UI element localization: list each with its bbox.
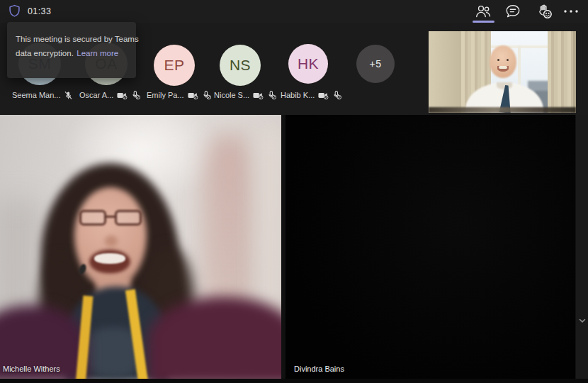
tooltip-text-line2: data encryption. [16,49,74,57]
avatar-nicole[interactable]: NS [220,45,261,86]
camera-off-icon [188,91,198,100]
scroll-down-button[interactable] [578,316,587,323]
more-options-button[interactable] [560,2,582,21]
participants-icon [475,4,492,18]
participant-label-nicole: Nicole S... [214,89,276,101]
meeting-timer: 01:33 [28,6,51,16]
participant-name-overlay: Michelle Withers [3,365,60,373]
security-tooltip: This meeting is secured by Teams data en… [7,22,136,78]
video-tile-michelle-withers[interactable]: Michelle Withers [0,115,281,379]
participant-label-seema: Seema Man... [12,89,73,101]
bottom-edge [0,379,588,383]
video-stage: Michelle Withers Divindra Bains [0,115,588,379]
active-tab-indicator [473,21,494,23]
show-participants-button[interactable] [473,2,494,21]
security-shield-button[interactable] [7,4,21,18]
shield-icon [9,4,21,17]
reactions-button[interactable] [534,2,555,21]
stage-scroll-gutter [576,115,588,379]
overflow-participants-badge[interactable]: +5 [356,45,395,83]
camera-off-icon [117,91,128,100]
mic-off-icon [332,90,341,100]
mic-off-icon [267,90,276,100]
avatar-initials: HK [298,55,319,72]
mic-off-icon [202,90,211,100]
overflow-count: +5 [370,58,382,70]
mic-off-icon [131,90,140,100]
camera-off-icon [253,91,264,100]
participant-label-habib: Habib K... [281,89,341,101]
learn-more-link[interactable]: Learn more [77,49,118,57]
chevron-down-icon [578,317,587,324]
participant-label-oscar: Oscar A... [79,89,140,101]
meeting-topbar: 01:33 [0,0,588,23]
mic-muted-icon [64,91,73,100]
curtain [548,31,575,113]
show-chat-button[interactable] [502,2,524,21]
raise-hand-reactions-icon [536,4,553,20]
self-view-video[interactable] [429,31,576,113]
tooltip-text-line1: This meeting is secured by Teams [16,33,128,46]
video-tile-divindra-bains[interactable]: Divindra Bains [285,115,575,379]
avatar-habib[interactable]: HK [288,44,328,84]
participant-label-emily: Emily Pa... [147,89,211,101]
chat-icon [505,4,521,19]
teams-meeting-window: Michelle Withers Divindra Bains SM OA EP… [0,0,588,383]
avatar-initials: EP [164,57,184,74]
more-dots-icon [563,9,579,13]
avatar-initials: NS [230,57,251,74]
avatar-emily[interactable]: EP [154,45,195,86]
camera-off-icon [318,91,329,100]
participant-name-overlay: Divindra Bains [294,365,344,373]
